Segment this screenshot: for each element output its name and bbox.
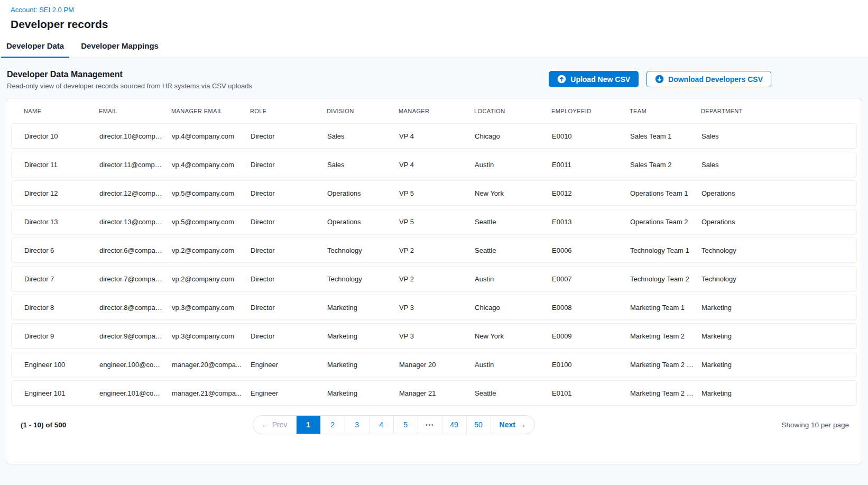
tab-developer-data[interactable]: Developer Data (1, 36, 69, 58)
table-cell: Engineer 100 (24, 361, 99, 369)
arrow-left-icon: ← (262, 420, 269, 429)
arrow-right-icon: → (519, 420, 526, 429)
page-button-2[interactable]: 2 (320, 416, 345, 434)
table-cell: Marketing Team 1 (630, 304, 701, 312)
page-button-50[interactable]: 50 (466, 416, 491, 434)
table-cell: Technology (701, 275, 856, 283)
page-button-3[interactable]: 3 (345, 416, 369, 434)
table-cell: E0011 (552, 161, 630, 169)
table-cell: E0006 (552, 246, 630, 254)
table-cell: Marketing (327, 304, 399, 312)
table-cell: Marketing (327, 361, 399, 369)
table-row: Director 8director.8@company....vp.3@com… (11, 295, 857, 320)
table-cell: Director 10 (24, 132, 99, 140)
table-cell: director.13@compan... (99, 218, 172, 226)
table-cell: vp.3@company.com (172, 332, 251, 340)
table-cell: manager.20@compa... (172, 361, 251, 369)
upload-button-label: Upload New CSV (570, 75, 630, 84)
table-row: Director 13director.13@compan...vp.5@com… (11, 209, 857, 234)
table-cell: New York (475, 189, 552, 197)
table-cell: Engineer (251, 389, 327, 397)
table-cell: E0008 (552, 304, 630, 312)
page-button-5[interactable]: 5 (393, 416, 418, 434)
table-cell: director.10@compan... (99, 132, 172, 140)
page-button-4[interactable]: 4 (369, 416, 393, 434)
section-subtitle: Read-only view of developer records sour… (7, 82, 252, 90)
next-page-button[interactable]: Next → (491, 416, 534, 434)
table-cell: E0007 (552, 275, 630, 283)
column-header-name: NAME (24, 108, 99, 114)
table-row: Director 9director.9@company....vp.3@com… (11, 323, 857, 349)
column-header-location: LOCATION (474, 108, 551, 114)
table-cell: Operations (701, 189, 856, 197)
table-cell: VP 2 (399, 246, 475, 254)
table-cell: Director (251, 304, 327, 312)
table-cell: Manager 21 (399, 389, 475, 397)
table-cell: engineer.101@comp... (99, 389, 172, 397)
table-row: Director 11director.11@compan...vp.4@com… (11, 152, 857, 177)
table-cell: Director 11 (24, 161, 99, 169)
table-cell: Director 8 (24, 304, 99, 312)
table-cell: Sales Team 1 (630, 132, 701, 140)
table-cell: Marketing (327, 332, 399, 340)
table-cell: Director (251, 132, 327, 140)
column-header-manager-email: MANAGER EMAIL (171, 108, 250, 114)
table-cell: Seattle (475, 389, 552, 397)
table-cell: director.9@company.... (99, 332, 172, 340)
table-cell: Sales (327, 132, 399, 140)
table-row: Engineer 101engineer.101@comp...manager.… (11, 380, 857, 406)
table-cell: Director 9 (24, 332, 99, 340)
table-cell: Operations (327, 189, 399, 197)
prev-label: Prev (272, 420, 288, 429)
table-cell: Seattle (475, 246, 552, 254)
table-cell: Engineer 101 (24, 389, 99, 397)
table-cell: Sales Team 2 (630, 161, 701, 169)
table-cell: vp.4@company.com (172, 161, 251, 169)
section-header-text: Developer Data Management Read-only view… (7, 70, 252, 90)
table-cell: vp.2@company.com (172, 275, 251, 283)
column-header-role: ROLE (250, 108, 327, 114)
table-cell: Director (251, 161, 327, 169)
table-cell: VP 5 (399, 189, 475, 197)
table-cell: director.7@company.... (99, 275, 172, 283)
prev-page-button[interactable]: ← Prev (253, 416, 296, 434)
tab-developer-mappings[interactable]: Developer Mappings (76, 36, 164, 58)
column-header-division: DIVISION (327, 108, 399, 114)
table-cell: Director 13 (24, 218, 99, 226)
pagination-pager: ← Prev 12345•••4950 Next → (253, 415, 535, 434)
breadcrumb-account-link[interactable]: Account: SEI 2.0 PM (11, 5, 74, 14)
table-cell: Technology (327, 275, 399, 283)
column-header-department: DEPARTMENT (701, 108, 857, 114)
table-cell: vp.5@company.com (172, 189, 251, 197)
pagination-range-label: (1 - 10) of 500 (21, 421, 66, 429)
table-cell: E0009 (552, 332, 630, 340)
table-cell: Director (251, 332, 327, 340)
table-cell: E0012 (552, 189, 630, 197)
table-row: Director 12director.12@compan...vp.5@com… (11, 180, 857, 206)
download-developers-csv-button[interactable]: Download Developers CSV (647, 71, 771, 87)
table-cell: VP 5 (399, 218, 475, 226)
table-cell: Director 12 (24, 189, 99, 197)
table-cell: Chicago (475, 304, 552, 312)
table-cell: Manager 20 (399, 361, 475, 369)
column-header-email: EMAIL (99, 108, 171, 114)
download-circle-icon (655, 75, 664, 84)
upload-new-csv-button[interactable]: Upload New CSV (549, 71, 639, 87)
page-button-49[interactable]: 49 (442, 416, 466, 434)
table-header-row: NAMEEMAILMANAGER EMAILROLEDIVISIONMANAGE… (11, 98, 857, 123)
table-body: Director 10director.10@compan...vp.4@com… (11, 123, 857, 406)
table-cell: Director (251, 246, 327, 254)
table-cell: E0101 (552, 389, 630, 397)
table-cell: Marketing Team 2 Su... (630, 361, 701, 369)
table-cell: Marketing Team 2 Su... (630, 389, 701, 397)
page-button-1[interactable]: 1 (296, 416, 320, 434)
table-cell: manager.21@compa... (172, 389, 251, 397)
table-cell: Sales (701, 132, 856, 140)
column-header-manager: MANAGER (399, 108, 474, 114)
table-cell: Operations (327, 218, 399, 226)
table-cell: VP 3 (399, 332, 475, 340)
pagination-bar: (1 - 10) of 500 ← Prev 12345•••4950 Next… (11, 415, 857, 434)
table-cell: E0100 (552, 361, 630, 369)
table-cell: Austin (475, 361, 552, 369)
table-row: Engineer 100engineer.100@comp...manager.… (11, 352, 857, 377)
